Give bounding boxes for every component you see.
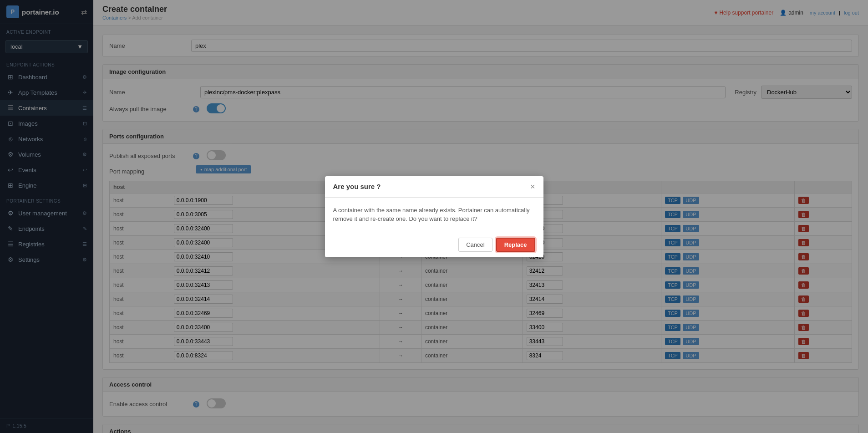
- modal-footer: Cancel Replace: [325, 232, 543, 257]
- replace-button[interactable]: Replace: [496, 238, 535, 252]
- modal-overlay[interactable]: Are you sure ? × A container with the sa…: [0, 0, 868, 433]
- modal-body: A container with the same name already e…: [325, 198, 543, 232]
- modal-dialog: Are you sure ? × A container with the sa…: [325, 176, 543, 257]
- modal-close-button[interactable]: ×: [530, 183, 535, 191]
- modal-header: Are you sure ? ×: [325, 176, 543, 198]
- modal-title: Are you sure ?: [333, 183, 381, 190]
- cancel-button[interactable]: Cancel: [458, 238, 492, 252]
- modal-body-text: A container with the same name already e…: [333, 206, 535, 224]
